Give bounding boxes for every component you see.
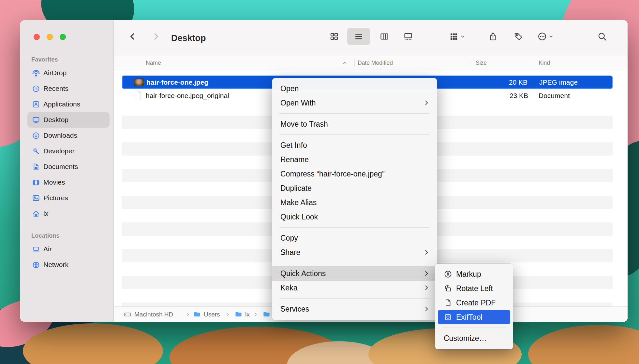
menu-item-open-with[interactable]: Open With xyxy=(272,96,437,110)
path-item-users[interactable]: Users xyxy=(204,307,220,322)
sidebar-item-air[interactable]: Air xyxy=(27,241,110,257)
sidebar-item-desktop[interactable]: Desktop xyxy=(27,112,110,128)
path-chevron-icon xyxy=(186,307,190,322)
menu-item-share[interactable]: Share xyxy=(272,245,437,259)
submenu-item-markup[interactable]: Markup xyxy=(435,267,513,281)
submenu-item-customize[interactable]: Customize… xyxy=(435,331,513,345)
downloads-icon xyxy=(32,132,40,140)
list-view-icon xyxy=(354,32,364,41)
tag-icon xyxy=(513,32,523,41)
menu-item-duplicate[interactable]: Duplicate xyxy=(272,181,437,195)
sidebar-section-favorites: Favorites xyxy=(31,56,113,63)
menu-item-keka[interactable]: Keka xyxy=(272,281,437,295)
column-header-name[interactable]: Name xyxy=(146,56,161,70)
home-icon xyxy=(32,210,40,218)
sort-ascending-icon xyxy=(342,56,348,70)
sidebar-item-documents[interactable]: Documents xyxy=(27,159,110,175)
menu-item-make-alias[interactable]: Make Alias xyxy=(272,195,437,210)
gallery-view-icon xyxy=(403,32,413,41)
list-view-button[interactable] xyxy=(347,28,370,45)
menu-item-quick-actions[interactable]: Quick Actions xyxy=(272,266,437,281)
context-menu: Open Open With Move to Trash Get Info Re… xyxy=(272,78,437,320)
file-size: 20 KB xyxy=(509,78,528,86)
forward-button[interactable] xyxy=(149,29,163,44)
sidebar-item-label: Pictures xyxy=(43,194,68,202)
column-header-size[interactable]: Size xyxy=(476,56,487,70)
more-options-button[interactable] xyxy=(538,29,553,44)
file-kind: Document xyxy=(539,92,570,100)
gallery-view-button[interactable] xyxy=(401,29,415,44)
chevron-down-icon xyxy=(548,34,554,39)
close-window-button[interactable] xyxy=(34,34,40,40)
path-item-macintosh-hd[interactable]: Macintosh HD xyxy=(134,307,173,322)
sidebar-item-developer[interactable]: Developer xyxy=(27,143,110,159)
sidebar-item-movies[interactable]: Movies xyxy=(27,175,110,190)
file-name: hair-force-one.jpeg_original xyxy=(146,92,229,100)
sidebar-section-locations: Locations xyxy=(31,232,113,239)
submenu-item-exiftool[interactable]: ExifTool xyxy=(438,310,510,324)
group-button[interactable] xyxy=(450,29,464,44)
toolbar: Desktop xyxy=(114,20,628,56)
column-view-button[interactable] xyxy=(377,29,392,44)
sidebar-item-label: Desktop xyxy=(43,116,68,124)
sidebar-item-downloads[interactable]: Downloads xyxy=(27,128,110,143)
tag-button[interactable] xyxy=(511,29,526,44)
column-divider xyxy=(354,59,355,67)
sidebar-item-label: AirDrop xyxy=(43,69,67,77)
sidebar-item-label: Air xyxy=(43,245,52,253)
file-size: 23 KB xyxy=(510,92,528,100)
menu-item-move-to-trash[interactable]: Move to Trash xyxy=(272,117,437,131)
submenu-chevron-icon xyxy=(423,249,430,256)
sidebar-item-label: Downloads xyxy=(43,132,77,139)
menu-item-compress[interactable]: Compress “hair-force-one.jpeg” xyxy=(272,167,437,181)
sidebar-item-network[interactable]: Network xyxy=(27,257,110,273)
submenu-chevron-icon xyxy=(423,100,430,106)
sidebar-item-lx-home[interactable]: lx xyxy=(27,206,110,221)
desktop-icon xyxy=(32,116,40,124)
sidebar-item-applications[interactable]: Applications xyxy=(27,96,110,112)
menu-item-copy[interactable]: Copy xyxy=(272,231,437,245)
airdrop-icon xyxy=(32,69,40,77)
icon-view-button[interactable] xyxy=(327,29,341,44)
share-button[interactable] xyxy=(486,29,500,44)
submenu-item-rotate-left[interactable]: Rotate Left xyxy=(435,281,513,296)
file-kind: JPEG image xyxy=(539,78,578,86)
menu-divider xyxy=(279,113,430,114)
menu-divider xyxy=(279,134,430,135)
path-chevron-icon xyxy=(225,307,230,322)
menu-item-quick-look[interactable]: Quick Look xyxy=(272,210,437,224)
clock-icon xyxy=(32,85,40,93)
submenu-item-create-pdf[interactable]: Create PDF xyxy=(435,296,513,310)
grid-view-icon xyxy=(329,32,339,41)
document-file-icon xyxy=(134,91,142,102)
chevron-left-icon xyxy=(127,32,137,41)
menu-item-open[interactable]: Open xyxy=(272,81,437,96)
sidebar-item-pictures[interactable]: Pictures xyxy=(27,190,110,206)
film-icon xyxy=(32,178,40,187)
menu-item-rename[interactable]: Rename xyxy=(272,152,437,167)
column-header-date-modified[interactable]: Date Modified xyxy=(358,56,393,70)
minimize-window-button[interactable] xyxy=(47,34,53,40)
photo-icon xyxy=(32,194,40,202)
zoom-window-button[interactable] xyxy=(60,34,66,40)
back-button[interactable] xyxy=(125,29,140,44)
menu-divider xyxy=(442,328,506,328)
sidebar-item-label: Applications xyxy=(43,100,80,108)
sidebar-item-airdrop[interactable]: AirDrop xyxy=(27,65,110,81)
sidebar-item-label: Developer xyxy=(43,147,75,155)
globe-icon xyxy=(32,261,40,269)
sidebar-item-recents[interactable]: Recents xyxy=(27,81,110,96)
menu-item-services[interactable]: Services xyxy=(272,302,437,316)
menu-item-get-info[interactable]: Get Info xyxy=(272,138,437,152)
share-icon xyxy=(488,32,498,41)
search-icon xyxy=(597,32,607,41)
sidebar-item-label: Documents xyxy=(43,163,78,171)
search-button[interactable] xyxy=(595,29,609,44)
sidebar-item-label: lx xyxy=(43,210,48,217)
column-header-kind[interactable]: Kind xyxy=(539,56,550,70)
column-divider xyxy=(534,59,534,67)
create-pdf-icon xyxy=(444,299,452,307)
file-name: hair-force-one.jpeg xyxy=(146,78,208,86)
path-item-lx[interactable]: lx xyxy=(245,307,250,322)
chevron-right-icon xyxy=(151,32,161,41)
